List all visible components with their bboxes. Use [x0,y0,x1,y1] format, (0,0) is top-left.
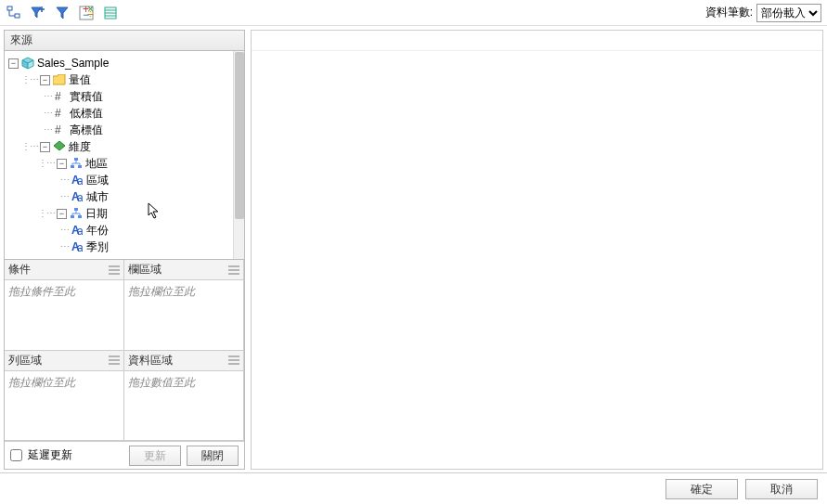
funnel-icon[interactable] [54,5,71,21]
tree-measure-item[interactable]: ⋯ # 低標值 [6,105,242,122]
tree-connector-icon: ⋮⋯ [21,138,38,155]
tree-root[interactable]: − Sales_Sample [6,55,242,71]
close-button[interactable]: 關閉 [187,446,239,466]
tree-label: 城市 [86,188,109,205]
main-area: 來源 − Sales_Sample ⋮⋯ − 量值 ⋯ [0,26,827,470]
tree-label: 年份 [86,222,109,239]
tree-connector-icon: ⋯ [44,122,52,138]
expand-toggle-icon[interactable]: − [57,159,67,169]
ok-button[interactable]: 確定 [665,479,738,499]
defer-update-checkbox[interactable] [10,449,22,461]
hierarchy-icon[interactable] [6,5,22,21]
svg-text:#: # [55,124,61,136]
hash-icon: # [54,123,67,136]
expand-toggle-icon[interactable]: − [40,75,50,85]
toolbar-left: +×−÷ [6,5,119,21]
tree-level-item[interactable]: ⋯ Aa 城市 [6,188,242,205]
tree-connector-icon: ⋯ [44,88,52,105]
scrollbar-thumb[interactable] [235,52,244,219]
dz-title: 條件 [8,262,31,278]
svg-rect-24 [74,208,78,211]
data-zone-header: 資料區域 [124,351,244,371]
left-pane: 來源 − Sales_Sample ⋮⋯ − 量值 ⋯ [4,30,245,470]
dz-title: 列區域 [8,353,42,368]
svg-rect-26 [78,215,82,218]
hash-icon: # [54,107,67,120]
svg-text:#: # [55,108,61,119]
list-icon [109,355,120,365]
svg-rect-19 [78,165,82,168]
tree-container: − Sales_Sample ⋮⋯ − 量值 ⋯ # 實積值 [5,51,244,259]
tree-hierarchy-item[interactable]: ⋮⋯ − 日期 [6,205,242,222]
tree-label: 日期 [85,205,108,222]
dz-title: 資料區域 [128,353,173,368]
svg-marker-16 [54,141,65,150]
columns-zone[interactable]: 拖拉欄位至此 [124,280,244,351]
calc-field-icon[interactable]: +×−÷ [78,5,95,21]
svg-rect-18 [71,165,74,168]
tree-measures-folder[interactable]: ⋮⋯ − 量值 [6,71,242,88]
tree-level-item[interactable]: ⋯ Aa 季別 [6,239,242,255]
rows-zone[interactable]: 拖拉欄位至此 [5,371,124,442]
tree-label: 維度 [69,138,91,155]
tree-connector-icon: ⋯ [44,105,52,122]
tree-connector-icon: ⋯ [60,239,69,255]
dz-hint: 拖拉條件至此 [8,285,75,298]
tree-level-item[interactable]: ⋯ Aa 年份 [6,222,242,239]
tree-label: 高標值 [70,122,103,138]
svg-text:a: a [77,174,83,186]
funnel-plus-icon[interactable] [30,5,46,21]
tree-connector-icon: ⋮⋯ [38,205,55,222]
tree-connector-icon: ⋯ [60,222,69,239]
expand-toggle-icon[interactable]: − [40,142,50,152]
source-tree[interactable]: − Sales_Sample ⋮⋯ − 量值 ⋯ # 實積值 [5,51,244,259]
list-icon [228,355,239,365]
cube-icon [21,57,34,70]
list-icon [228,265,239,275]
expand-toggle-icon[interactable]: − [57,209,67,219]
dz-hint: 拖拉欄位至此 [128,285,195,298]
svg-rect-1 [15,14,19,18]
svg-text:a: a [77,191,83,202]
svg-rect-25 [71,215,74,218]
dimension-icon [53,140,66,153]
columns-zone-header: 欄區域 [124,260,244,280]
dz-hint: 拖拉數值至此 [128,376,195,389]
tree-scrollbar[interactable] [233,51,244,259]
tree-label: 量值 [69,71,91,88]
tree-label: 實積值 [70,88,103,105]
update-button[interactable]: 更新 [129,446,181,466]
tree-measure-item[interactable]: ⋯ # 高標值 [6,122,242,138]
defer-update-label: 延遲更新 [28,447,72,463]
list-view-icon[interactable] [102,5,119,21]
tree-measure-item[interactable]: ⋯ # 實積值 [6,88,242,105]
tree-label: 地區 [85,155,108,172]
tree-connector-icon: ⋯ [60,188,69,205]
tree-level-item[interactable]: ⋯ Aa 區域 [6,172,242,188]
filter-zone-header: 條件 [5,260,124,280]
svg-text:#: # [55,91,61,102]
filter-zone[interactable]: 拖拉條件至此 [5,280,124,351]
rows-zone-header: 列區域 [5,351,124,371]
toolbar-right: 資料筆數: 部份載入 [705,4,821,22]
preview-pane [251,30,823,470]
tree-dimensions-folder[interactable]: ⋮⋯ − 維度 [6,138,242,155]
cancel-button[interactable]: 取消 [745,479,818,499]
load-mode-select[interactable]: 部份載入 [756,4,821,22]
dz-hint: 拖拉欄位至此 [8,376,75,389]
tree-label: Sales_Sample [37,55,109,71]
tree-label: 季別 [86,239,109,255]
text-attr-icon: Aa [71,174,84,187]
svg-text:a: a [77,241,83,252]
tree-connector-icon: ⋮⋯ [38,155,55,172]
tree-connector-icon: ⋯ [60,172,69,188]
expand-toggle-icon[interactable]: − [8,58,19,69]
dz-title: 欄區域 [128,262,162,278]
tree-hierarchy-item[interactable]: ⋮⋯ − 地區 [6,155,242,172]
drop-zones: 條件 欄區域 拖拉條件至此 拖拉欄位至此 列區域 資料區域 拖拉欄位至此 拖拉數… [5,259,244,441]
hierarchy-small-icon [70,207,83,220]
data-zone[interactable]: 拖拉數值至此 [124,371,244,442]
list-icon [109,265,120,275]
toolbar: +×−÷ 資料筆數: 部份載入 [0,0,827,26]
tree-connector-icon: ⋮⋯ [21,71,38,88]
